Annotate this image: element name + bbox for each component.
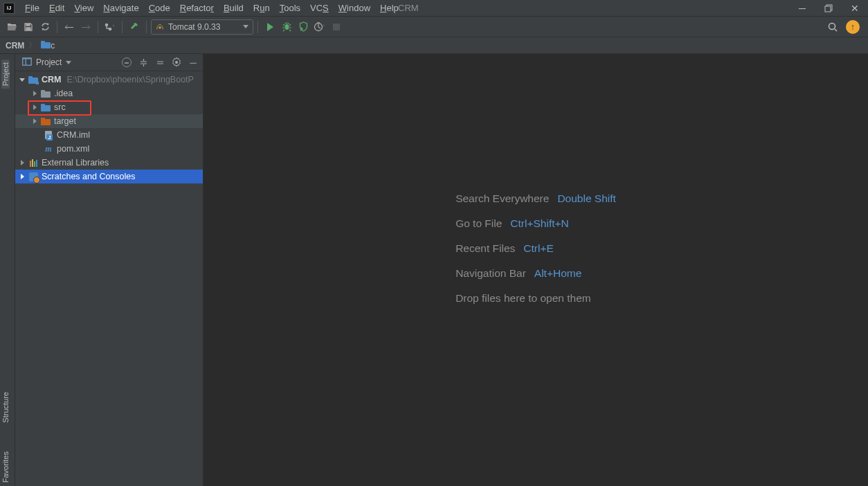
folder-icon (40, 88, 51, 99)
module-icon (28, 74, 39, 85)
save-all-icon[interactable] (21, 19, 36, 35)
build-icon[interactable] (127, 19, 142, 35)
menu-bar: IJ File Edit View Navigate Code Refactor… (0, 0, 868, 17)
tree-folder-target[interactable]: target (15, 114, 203, 128)
chevron-down-icon (66, 61, 71, 64)
run-config-selector[interactable]: Tomcat 9.0.33 (151, 19, 253, 35)
svg-point-5 (284, 24, 289, 30)
menu-view[interactable]: View (70, 1, 98, 15)
profiler-dropdown-icon[interactable] (312, 19, 327, 35)
open-icon[interactable] (4, 19, 19, 35)
coverage-icon[interactable] (296, 19, 311, 35)
chevron-down-icon[interactable] (19, 78, 25, 82)
svg-rect-1 (825, 6, 831, 12)
breadcrumb-chevron-icon: 〉 (28, 39, 37, 51)
project-view-selector[interactable]: Project (18, 56, 75, 69)
editor-empty-state[interactable]: Search Everywhere Double Shift Go to Fil… (204, 54, 868, 486)
tree-scratches[interactable]: Scratches and Consoles (15, 170, 203, 183)
menu-vcs[interactable]: VCS (306, 1, 333, 15)
forward-icon: 🡒 (78, 19, 93, 35)
run-config-label: Tomcat 9.0.33 (168, 22, 220, 32)
editor-tips: Search Everywhere Double Shift Go to Fil… (455, 192, 616, 305)
main-toolbar: 🡐 🡒 Tomcat 9.0.33 ↑ (0, 17, 868, 37)
tree-folder-src[interactable]: src (15, 100, 203, 114)
menu-edit[interactable]: Edit (45, 1, 69, 15)
breadcrumb-root[interactable]: CRM (6, 41, 24, 51)
separator (257, 21, 258, 33)
project-tool-window: Project ─ CRM E:\Dropbox\phoenix\SpringB… (15, 54, 204, 486)
left-tool-stripe: Project Structure Favorites (0, 54, 15, 486)
chevron-right-icon[interactable] (21, 160, 24, 165)
svg-rect-11 (26, 59, 31, 64)
libraries-icon (28, 157, 39, 168)
menu-run[interactable]: Run (249, 1, 274, 15)
svg-point-8 (829, 23, 835, 29)
svg-rect-10 (24, 59, 26, 64)
source-folder-icon (40, 102, 51, 113)
tip-row: Recent Files Ctrl+E (455, 242, 616, 255)
separator (146, 21, 147, 33)
chevron-right-icon[interactable] (33, 105, 37, 110)
maven-file-icon: m (43, 143, 54, 154)
chevron-right-icon[interactable] (33, 118, 37, 124)
breadcrumb-item[interactable]: src (41, 41, 55, 51)
project-panel-header: Project ─ (15, 54, 203, 71)
chevron-down-icon (243, 25, 248, 28)
navigation-bar[interactable]: CRM 〉 src (0, 37, 868, 54)
separator (122, 21, 123, 33)
chevron-right-icon[interactable] (33, 91, 37, 96)
hide-panel-icon[interactable]: ─ (186, 55, 200, 69)
chevron-right-icon[interactable] (21, 174, 24, 179)
run-icon[interactable] (262, 19, 278, 35)
svg-point-4 (159, 26, 161, 28)
minimize-button[interactable]: ─ (789, 0, 815, 17)
tree-external-libraries[interactable]: External Libraries (15, 156, 203, 170)
vcs-dropdown-icon[interactable] (102, 19, 118, 35)
tree-file-iml[interactable]: CRM.iml (15, 128, 203, 142)
svg-point-2 (105, 23, 109, 26)
tip-row: Navigation Bar Alt+Home (455, 267, 616, 280)
favorites-tool-tab[interactable]: Favorites (1, 449, 10, 485)
menu-navigate[interactable]: Navigate (99, 1, 143, 15)
debug-icon[interactable] (279, 19, 294, 35)
app-logo-icon: IJ (3, 2, 15, 15)
tomcat-icon (156, 23, 164, 31)
window-title: CRM (398, 3, 419, 13)
search-everywhere-icon[interactable] (825, 19, 840, 35)
menu-tools[interactable]: Tools (275, 1, 305, 15)
scratches-icon (28, 171, 39, 182)
menu-window[interactable]: Window (334, 1, 374, 15)
select-opened-file-icon[interactable] (120, 55, 134, 69)
structure-tool-tab[interactable]: Structure (1, 389, 10, 426)
menu-code[interactable]: Code (145, 1, 174, 15)
menu-build[interactable]: Build (219, 1, 248, 15)
project-tree[interactable]: CRM E:\Dropbox\phoenix\SpringBootP .idea… (15, 71, 203, 183)
maximize-button[interactable] (815, 0, 842, 17)
tree-root[interactable]: CRM E:\Dropbox\phoenix\SpringBootP (15, 73, 203, 87)
settings-icon[interactable] (170, 55, 183, 69)
tree-folder-idea[interactable]: .idea (15, 87, 203, 100)
back-icon[interactable]: 🡐 (62, 19, 77, 35)
sync-icon[interactable] (37, 19, 53, 35)
project-tool-tab[interactable]: Project (1, 60, 10, 89)
tip-row: Go to File Ctrl+Shift+N (455, 217, 616, 230)
project-view-icon (22, 57, 32, 68)
update-available-icon[interactable]: ↑ (846, 20, 860, 34)
svg-rect-7 (333, 24, 340, 30)
main-area: Project Structure Favorites Project ─ (0, 54, 868, 486)
tip-row: Drop files here to open them (455, 292, 616, 305)
expand-all-icon[interactable] (136, 55, 150, 69)
stop-icon (329, 19, 344, 35)
menu-file[interactable]: File (21, 1, 44, 15)
excluded-folder-icon (40, 116, 51, 127)
separator (98, 21, 98, 33)
menu-refactor[interactable]: Refactor (176, 1, 218, 15)
tip-row: Search Everywhere Double Shift (455, 192, 616, 205)
project-header-label: Project (36, 57, 62, 67)
collapse-all-icon[interactable] (153, 55, 167, 69)
tree-file-pom[interactable]: m pom.xml (15, 142, 203, 156)
separator (57, 21, 57, 33)
close-button[interactable]: ✕ (842, 0, 868, 17)
iml-file-icon (43, 129, 54, 141)
